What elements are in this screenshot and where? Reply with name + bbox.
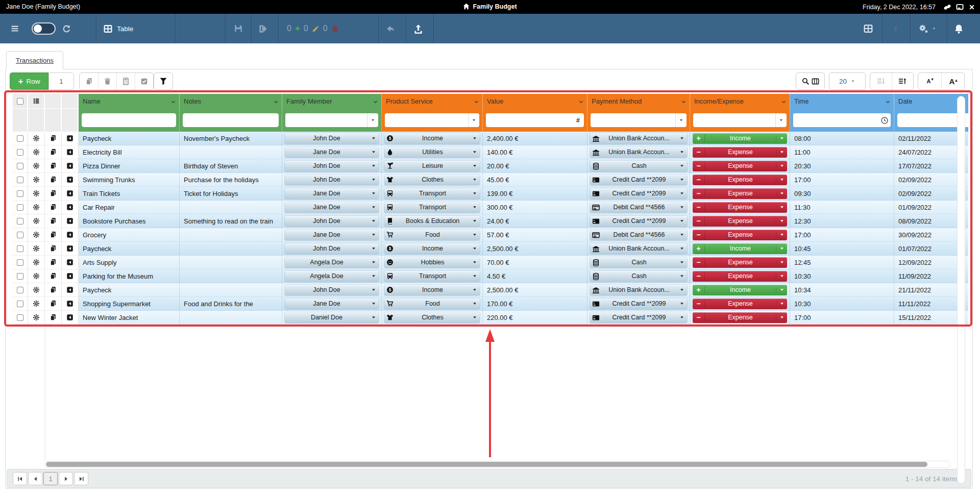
filter-input-product_service[interactable] bbox=[385, 113, 468, 127]
payment-method-dropdown[interactable]: Credit Card **2099 bbox=[590, 188, 687, 199]
income-expense-dropdown[interactable]: −Expense bbox=[693, 147, 787, 158]
product-service-dropdown[interactable]: Utilities bbox=[384, 147, 480, 158]
cell-name[interactable]: Train Tickets bbox=[79, 187, 180, 201]
cell-value[interactable]: 300.00 € bbox=[483, 201, 587, 214]
cell-value[interactable]: 2,500.00 € bbox=[483, 242, 587, 256]
income-expense-dropdown[interactable]: −Expense bbox=[693, 299, 787, 309]
cell-value[interactable]: 4.50 € bbox=[483, 269, 587, 283]
cell-name[interactable]: Pizza Dinner bbox=[79, 159, 180, 173]
income-expense-dropdown[interactable]: −Expense bbox=[693, 202, 787, 213]
settings-button[interactable] bbox=[918, 14, 937, 43]
cell-notes[interactable] bbox=[180, 269, 282, 283]
calculate-button[interactable] bbox=[116, 73, 135, 89]
cell-value[interactable]: 220.00 € bbox=[483, 311, 587, 325]
cell-name[interactable]: Electricity Bill bbox=[79, 145, 180, 159]
cell-name[interactable]: Shopping Supermarket bbox=[79, 297, 180, 311]
row-edit-button[interactable] bbox=[28, 145, 44, 159]
column-menu-button[interactable] bbox=[170, 97, 177, 105]
family-member-dropdown[interactable]: Jane Doe bbox=[285, 299, 379, 309]
row-duplicate-button[interactable] bbox=[45, 159, 61, 172]
payment-method-dropdown[interactable]: Debit Card **4566 bbox=[590, 202, 687, 213]
horizontal-scrollbar-thumb[interactable] bbox=[46, 462, 927, 467]
filter-select-product_service[interactable] bbox=[385, 113, 479, 127]
grid-view-button[interactable] bbox=[864, 14, 873, 43]
family-member-dropdown[interactable]: John Doe bbox=[285, 285, 379, 295]
row-duplicate-button[interactable] bbox=[45, 242, 61, 255]
cell-notes[interactable]: Purchase for the holidays bbox=[180, 173, 282, 187]
cell-notes[interactable] bbox=[180, 201, 282, 214]
select-all-checkbox[interactable] bbox=[17, 98, 23, 105]
row-duplicate-button[interactable] bbox=[45, 201, 61, 214]
row-duplicate-button[interactable] bbox=[45, 187, 61, 200]
row-edit-button[interactable] bbox=[28, 201, 44, 214]
payment-method-dropdown[interactable]: Union Bank Accoun... bbox=[590, 147, 687, 158]
row-duplicate-button[interactable] bbox=[45, 173, 61, 186]
cell-notes[interactable]: Ticket for Holidays bbox=[180, 187, 282, 201]
product-service-dropdown[interactable]: Food bbox=[384, 230, 480, 240]
cell-value[interactable]: 2,500.00 € bbox=[483, 283, 587, 297]
product-service-dropdown[interactable]: $Income bbox=[384, 243, 480, 254]
product-service-dropdown[interactable]: $Income bbox=[384, 285, 480, 295]
last-page-button[interactable] bbox=[74, 472, 88, 485]
next-page-button[interactable] bbox=[59, 472, 73, 485]
product-service-dropdown[interactable]: Transport bbox=[384, 188, 480, 199]
cell-value[interactable]: 2,400.00 € bbox=[483, 132, 587, 145]
filter-input-family_member[interactable] bbox=[285, 113, 367, 127]
filter-input-income_expense[interactable] bbox=[693, 113, 775, 127]
income-expense-dropdown[interactable]: −Expense bbox=[693, 161, 787, 171]
income-expense-dropdown[interactable]: −Expense bbox=[693, 216, 787, 227]
column-header-income_expense[interactable]: Income/Expense bbox=[690, 94, 790, 109]
product-service-dropdown[interactable]: Transport bbox=[384, 202, 480, 213]
cell-time[interactable]: 11:30 bbox=[790, 201, 894, 214]
view-tab-table[interactable]: Table bbox=[104, 14, 133, 43]
payment-method-dropdown[interactable]: Credit Card **2099 bbox=[590, 299, 687, 309]
upload-button[interactable] bbox=[413, 14, 423, 43]
tab-transactions[interactable]: Transactions bbox=[6, 51, 63, 69]
payment-method-dropdown[interactable]: Cash bbox=[590, 271, 687, 282]
income-expense-dropdown[interactable]: +Income bbox=[693, 133, 787, 144]
export-button[interactable] bbox=[258, 14, 268, 43]
row-open-button[interactable] bbox=[62, 242, 78, 255]
row-checkbox[interactable] bbox=[17, 135, 23, 142]
row-open-button[interactable] bbox=[62, 201, 78, 214]
cell-name[interactable]: Paycheck bbox=[79, 132, 180, 145]
cell-name[interactable]: Car Repair bbox=[79, 201, 180, 214]
family-member-dropdown[interactable]: John Doe bbox=[285, 133, 379, 144]
column-menu-button[interactable] bbox=[578, 97, 584, 105]
column-menu-button[interactable] bbox=[885, 97, 891, 105]
cell-value[interactable]: 170.00 € bbox=[483, 297, 587, 311]
filter-time-time[interactable] bbox=[793, 113, 891, 127]
income-expense-dropdown[interactable]: −Expense bbox=[693, 188, 787, 199]
sort-ascending-button[interactable] bbox=[892, 73, 913, 89]
cell-time[interactable]: 11:00 bbox=[790, 145, 894, 159]
income-expense-dropdown[interactable]: −Expense bbox=[693, 257, 787, 268]
income-expense-dropdown[interactable]: +Income bbox=[693, 243, 787, 254]
add-row-button[interactable]: +Row bbox=[10, 72, 48, 90]
row-duplicate-button[interactable] bbox=[45, 283, 61, 296]
row-checkbox[interactable] bbox=[17, 273, 23, 280]
cell-time[interactable]: 10:30 bbox=[790, 297, 894, 311]
row-edit-button[interactable] bbox=[28, 173, 44, 186]
column-header-time[interactable]: Time bbox=[790, 94, 894, 109]
cell-value[interactable]: 139.00 € bbox=[483, 187, 587, 201]
cell-time[interactable]: 17:00 bbox=[790, 311, 894, 325]
row-open-button[interactable] bbox=[62, 228, 78, 241]
payment-method-dropdown[interactable]: Union Bank Accoun... bbox=[590, 133, 687, 144]
row-checkbox[interactable] bbox=[17, 163, 23, 169]
row-duplicate-button[interactable] bbox=[45, 311, 61, 324]
family-member-dropdown[interactable]: Jane Doe bbox=[285, 202, 379, 213]
income-expense-dropdown[interactable]: −Expense bbox=[693, 312, 787, 323]
filter-button[interactable] bbox=[154, 72, 173, 90]
family-member-dropdown[interactable]: John Doe bbox=[285, 243, 379, 254]
product-service-dropdown[interactable]: Hobbies bbox=[384, 257, 480, 268]
cell-notes[interactable] bbox=[180, 228, 282, 242]
product-service-dropdown[interactable]: Food bbox=[384, 299, 480, 309]
income-expense-dropdown[interactable]: −Expense bbox=[693, 230, 787, 240]
income-expense-dropdown[interactable]: −Expense bbox=[693, 271, 787, 282]
family-member-dropdown[interactable]: Jane Doe bbox=[285, 147, 379, 158]
undo-button[interactable] bbox=[385, 14, 395, 43]
cell-time[interactable]: 10:45 bbox=[790, 242, 894, 256]
cell-time[interactable]: 12:45 bbox=[790, 256, 894, 269]
column-header-product_service[interactable]: Product Service bbox=[382, 94, 483, 109]
vertical-scrollbar[interactable] bbox=[957, 96, 965, 484]
